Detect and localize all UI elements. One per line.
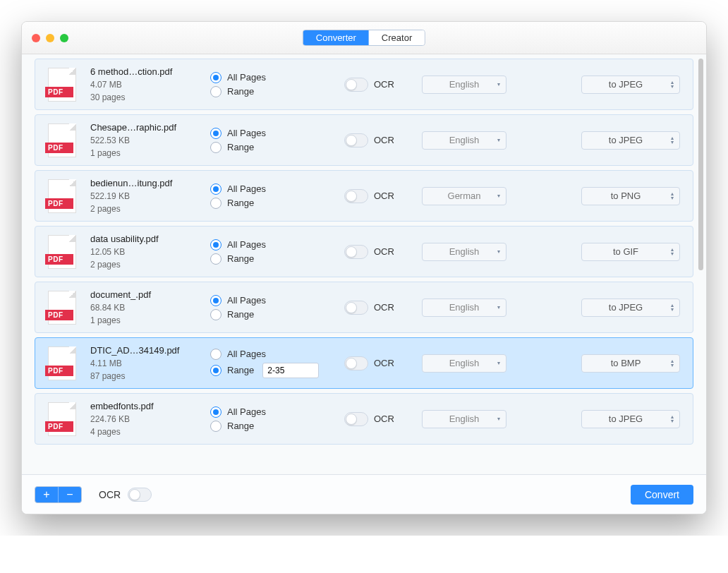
zoom-window-button[interactable] <box>60 34 68 42</box>
file-row[interactable]: PDF Chesape…raphic.pdf 522.53 KB 1 pages… <box>35 114 693 166</box>
radio-all-pages[interactable] <box>210 128 222 139</box>
all-pages-option[interactable]: All Pages <box>210 295 330 306</box>
add-file-button[interactable]: + <box>35 487 58 502</box>
range-label: Range <box>227 309 254 320</box>
radio-all-pages[interactable] <box>210 72 222 83</box>
file-row[interactable]: PDF data usability.pdf 12.05 KB 2 pages … <box>35 226 693 277</box>
file-row[interactable]: PDF DTIC_AD…34149.pdf 4.11 MB 87 pages A… <box>35 337 693 389</box>
output-format-value: to JPEG <box>609 135 643 145</box>
output-format-select[interactable]: to JPEG ▴▾ <box>581 410 680 428</box>
range-option[interactable]: Range <box>210 363 330 378</box>
pdf-file-icon: PDF <box>48 402 76 436</box>
file-pages: 2 pages <box>90 204 196 214</box>
range-option[interactable]: Range <box>210 86 330 97</box>
chevron-down-icon: ▾ <box>497 417 500 421</box>
output-format-select[interactable]: to JPEG ▴▾ <box>581 298 680 317</box>
all-pages-option[interactable]: All Pages <box>210 239 330 251</box>
ocr-label: OCR <box>374 414 394 424</box>
tab-converter[interactable]: Converter <box>303 30 369 45</box>
ocr-language-value: English <box>449 414 480 424</box>
radio-all-pages[interactable] <box>210 239 222 251</box>
file-pages: 1 pages <box>90 148 196 158</box>
scrollbar-thumb[interactable] <box>698 59 703 270</box>
radio-range[interactable] <box>210 198 222 209</box>
range-label: Range <box>227 198 254 208</box>
convert-button[interactable]: Convert <box>631 485 693 505</box>
mode-tabs: Converter Creator <box>303 30 425 46</box>
chevron-updown-icon: ▴▾ <box>671 359 674 368</box>
output-format-select[interactable]: to PNG ▴▾ <box>581 187 680 205</box>
chevron-updown-icon: ▴▾ <box>671 136 674 145</box>
minimize-window-button[interactable] <box>46 34 54 42</box>
all-pages-option[interactable]: All Pages <box>210 349 330 360</box>
ocr-toggle[interactable] <box>344 356 368 370</box>
file-name: embedfonts.pdf <box>90 401 196 411</box>
ocr-toggle[interactable] <box>344 412 368 426</box>
ocr-language-select[interactable]: English ▾ <box>422 76 506 94</box>
radio-range[interactable] <box>210 86 222 97</box>
file-meta: 6 method…ction.pdf 4.07 MB 30 pages <box>90 66 196 102</box>
file-row[interactable]: PDF bedienun…itung.pdf 522.19 KB 2 pages… <box>35 170 693 222</box>
all-pages-label: All Pages <box>227 128 266 138</box>
page-range-group: All Pages Range <box>210 346 330 381</box>
all-pages-option[interactable]: All Pages <box>210 72 330 83</box>
ocr-language-value: German <box>448 191 481 201</box>
ocr-toggle[interactable] <box>344 133 368 147</box>
ocr-language-select[interactable]: German ▾ <box>422 187 506 205</box>
radio-all-pages[interactable] <box>210 406 222 418</box>
remove-file-button[interactable]: − <box>59 487 81 502</box>
ocr-label: OCR <box>374 79 394 90</box>
radio-range[interactable] <box>210 142 222 153</box>
pdf-file-icon: PDF <box>48 123 76 157</box>
radio-all-pages[interactable] <box>210 349 222 360</box>
chevron-updown-icon: ▴▾ <box>671 248 674 256</box>
ocr-language-select[interactable]: English ▾ <box>422 354 506 373</box>
chevron-down-icon: ▾ <box>497 138 500 143</box>
file-row[interactable]: PDF document_.pdf 68.84 KB 1 pages All P… <box>35 282 693 333</box>
output-format-select[interactable]: to BMP ▴▾ <box>581 354 680 373</box>
range-option[interactable]: Range <box>210 253 330 265</box>
radio-range[interactable] <box>210 421 222 432</box>
file-pages: 2 pages <box>90 260 196 270</box>
ocr-language-select[interactable]: English ▾ <box>422 131 506 150</box>
ocr-toggle[interactable] <box>344 245 368 259</box>
all-pages-option[interactable]: All Pages <box>210 128 330 139</box>
range-option[interactable]: Range <box>210 421 330 432</box>
file-size: 522.53 KB <box>90 135 196 145</box>
ocr-language-value: English <box>449 302 480 313</box>
file-row[interactable]: PDF 6 method…ction.pdf 4.07 MB 30 pages … <box>35 59 693 110</box>
range-option[interactable]: Range <box>210 309 330 320</box>
output-format-select[interactable]: to GIF ▴▾ <box>581 243 680 261</box>
ocr-group: OCR <box>344 189 408 203</box>
ocr-language-select[interactable]: English ▾ <box>422 410 506 428</box>
output-format-select[interactable]: to JPEG ▴▾ <box>581 131 680 150</box>
range-label: Range <box>227 253 254 264</box>
ocr-language-select[interactable]: English ▾ <box>422 243 506 261</box>
pdf-badge: PDF <box>45 254 73 265</box>
ocr-toggle[interactable] <box>344 78 368 92</box>
chevron-down-icon: ▾ <box>497 250 500 254</box>
output-format-select[interactable]: to JPEG ▴▾ <box>581 76 680 94</box>
file-list: PDF 6 method…ction.pdf 4.07 MB 30 pages … <box>22 54 706 474</box>
range-option[interactable]: Range <box>210 142 330 153</box>
all-pages-option[interactable]: All Pages <box>210 406 330 418</box>
tab-creator[interactable]: Creator <box>369 30 425 45</box>
file-name: document_.pdf <box>90 289 196 300</box>
radio-all-pages[interactable] <box>210 183 222 195</box>
ocr-toggle[interactable] <box>344 301 368 315</box>
ocr-language-value: English <box>449 358 480 368</box>
file-size: 68.84 KB <box>90 303 196 313</box>
close-window-button[interactable] <box>32 34 40 42</box>
radio-range[interactable] <box>210 253 222 265</box>
radio-range[interactable] <box>210 309 222 320</box>
file-row[interactable]: PDF embedfonts.pdf 224.76 KB 4 pages All… <box>35 393 693 445</box>
chevron-down-icon: ▾ <box>497 194 500 198</box>
all-pages-option[interactable]: All Pages <box>210 183 330 195</box>
range-option[interactable]: Range <box>210 198 330 209</box>
ocr-language-select[interactable]: English ▾ <box>422 298 506 317</box>
range-input[interactable] <box>262 363 319 378</box>
radio-range[interactable] <box>210 365 222 376</box>
global-ocr-toggle[interactable] <box>128 488 152 502</box>
radio-all-pages[interactable] <box>210 295 222 306</box>
ocr-toggle[interactable] <box>344 189 368 203</box>
